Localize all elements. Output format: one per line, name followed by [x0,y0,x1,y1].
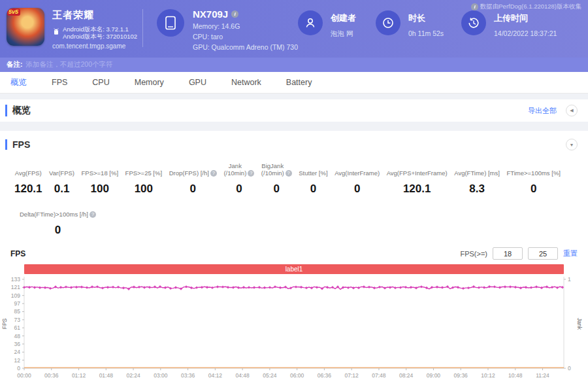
fps-line-chart[interactable]: 01224364861738597109121133FPS01Jank00:00… [0,274,588,380]
metric-value: 100 [82,182,119,196]
metric: Delta(FTime)>100ms [/h]?0 [20,203,96,237]
creator-value: 泡泡 网 [331,29,356,39]
svg-text:10:48: 10:48 [508,372,523,379]
svg-text:08:24: 08:24 [399,372,414,379]
svg-text:09:00: 09:00 [427,372,441,379]
metric: Avg(FPS)120.1 [14,162,42,196]
svg-text:121: 121 [11,284,20,290]
device-gpu: GPU: Qualcomm Adreno (TM) 730 [193,43,298,51]
game-badge: 5v5 [7,9,20,16]
game-info: 5v5 王者荣耀 Android版本名: 3.72.1.1 Android版本号… [7,8,137,50]
metric-label: Avg(FPS+InterFrame) [387,162,448,177]
tab-memory[interactable]: Memory [135,78,164,87]
upload-time-label: 上传时间 [494,12,557,24]
fps-section-header: FPS ▼ [0,131,588,156]
duration-block: 时长 0h 11m 52s [376,10,444,37]
metric-value: 120.1 [387,182,448,196]
metric-label: Jank (/10min)? [223,162,254,177]
metric-value: 0 [20,224,96,237]
game-app-icon: 5v5 [7,8,44,46]
svg-text:09:36: 09:36 [454,372,468,379]
fps-threshold-input-2[interactable] [528,247,558,260]
device-info: NX709Ji Memory: 14.6G CPU: taro GPU: Qua… [157,9,298,51]
metric-value: 0 [299,182,327,196]
remark-placeholder[interactable]: 添加备注，不超过200个字符 [26,60,113,69]
svg-text:61: 61 [14,324,21,331]
tab-概览[interactable]: 概览 [10,77,27,88]
header-divider [142,9,143,47]
metric-label: FPS>=25 [%] [125,162,163,177]
duration-value: 0h 11m 52s [408,29,444,37]
metric-label: Drop(FPS) [/h]? [169,162,217,177]
fps-threshold-label: FPS(>=) [460,250,487,258]
game-package: com.tencent.tmgp.sgame [52,43,137,50]
tab-cpu[interactable]: CPU [92,78,109,87]
help-icon[interactable]: ? [210,170,217,177]
svg-text:04:12: 04:12 [208,372,223,379]
metric-label: Avg(FPS) [14,162,42,177]
svg-text:FPS: FPS [1,318,8,329]
svg-text:133: 133 [11,276,20,283]
device-cpu: CPU: taro [193,33,298,41]
tab-battery[interactable]: Battery [286,78,312,87]
svg-text:00:36: 00:36 [44,372,59,379]
chart-annotation-banner: label1 [24,264,564,274]
duration-label: 时长 [408,12,444,24]
metric-label: Var(FPS) [49,162,74,177]
svg-text:Jank: Jank [576,318,583,330]
metric-label: Avg(InterFrame) [335,162,380,177]
device-memory: Memory: 14.6G [193,22,298,30]
svg-text:00:00: 00:00 [17,372,31,379]
remark-label: 备注: [7,60,23,69]
svg-text:12: 12 [14,357,21,364]
android-version-code: Android版本号: 372010102 [63,33,137,40]
export-all-link[interactable]: 导出全部 [528,106,557,116]
svg-text:03:00: 03:00 [154,372,168,379]
svg-text:10:12: 10:12 [481,372,495,379]
upload-time-block: 上传时间 14/02/2022 18:37:21 [461,10,557,37]
metric: Var(FPS)0.1 [49,162,74,196]
svg-text:07:12: 07:12 [345,372,359,379]
help-icon[interactable]: ? [248,170,254,177]
metric: FPS>=18 [%]100 [82,162,119,196]
metric-value: 0 [335,182,380,196]
svg-text:05:24: 05:24 [263,372,277,379]
help-icon[interactable]: ? [286,170,292,177]
metric-value: 0 [169,182,217,196]
metric: Avg(InterFrame)0 [335,162,380,196]
svg-text:01:48: 01:48 [99,372,114,379]
fps-threshold-input-1[interactable] [493,247,523,260]
metric-value: 120.1 [14,182,42,196]
upload-time-value: 14/02/2022 18:37:21 [494,29,557,37]
reset-link[interactable]: 重置 [563,249,578,258]
svg-text:11:24: 11:24 [536,372,549,379]
svg-text:06:00: 06:00 [290,372,304,379]
fps-section-title: FPS [5,139,30,150]
metric-value: 0.1 [49,182,74,196]
device-name: NX709J [193,9,228,20]
fps-chart-header: FPS FPS(>=) 重置 [0,247,588,260]
svg-text:109: 109 [11,292,20,299]
fps-metrics-row: Avg(FPS)120.1Var(FPS)0.1FPS>=18 [%]100FP… [0,162,588,196]
tab-gpu[interactable]: GPU [189,78,206,87]
metric: FTime>=100ms [%]0 [506,162,561,196]
creator-icon [298,10,323,35]
fps-collapse-button[interactable]: ▼ [566,139,578,150]
android-version-name: Android版本名: 3.72.1.1 [63,26,137,33]
creator-block: 创建者 泡泡 网 [298,10,356,39]
overview-collapse-button[interactable]: ◀ [566,105,578,116]
svg-text:48: 48 [14,333,21,339]
tab-fps[interactable]: FPS [52,78,67,87]
svg-text:1: 1 [568,276,571,283]
device-info-icon[interactable]: i [231,10,238,18]
metric: Avg(FPS+InterFrame)120.1 [387,162,448,196]
tab-network[interactable]: Network [231,78,261,87]
metric: Stutter [%]0 [299,162,327,196]
svg-text:02:24: 02:24 [126,372,140,379]
svg-text:73: 73 [14,317,21,323]
divider-band [0,122,588,131]
help-icon[interactable]: ? [90,211,96,218]
game-title: 王者荣耀 [52,9,137,22]
remark-bar[interactable]: 备注: 添加备注，不超过200个字符 [0,58,588,72]
metric: BigJank (/10min)?0 [261,162,292,196]
